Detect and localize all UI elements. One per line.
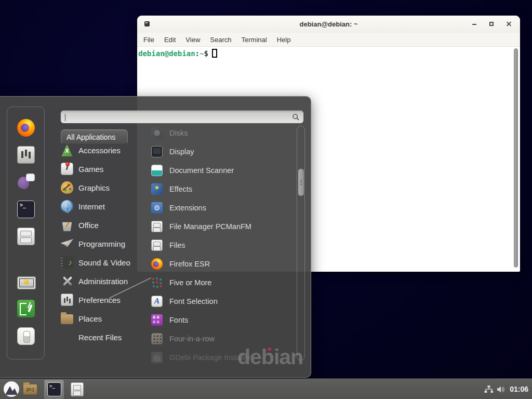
app-display[interactable]: Display [151,144,194,159]
terminal-icon [47,382,61,396]
minimize-icon[interactable] [472,21,477,27]
app-extensions[interactable]: Extensions [151,200,206,216]
menu-edit[interactable]: Edit [164,36,176,44]
menu-scrollbar-thumb[interactable] [298,169,304,196]
games-icon [61,163,73,175]
five-or-more-icon [151,277,163,288]
category-places[interactable]: Places [61,311,102,326]
search-icon [292,113,300,121]
app-files[interactable]: Files [151,237,185,253]
category-administration[interactable]: Administration [61,273,128,289]
application-menu: All Applications Accessories Games Graph… [0,96,311,378]
category-accessories[interactable]: Accessories [61,142,121,158]
desktop: debian@debian: ~ File Edit View Search T… [0,0,532,399]
app-file-manager-pcmanfm[interactable]: File Manager PCManFM [151,219,251,234]
app-firefox-esr[interactable]: Firefox ESR [151,256,210,272]
close-icon[interactable] [506,21,512,27]
menu-scrollbar-track[interactable] [297,126,305,361]
volume-icon[interactable] [497,385,506,394]
terminal-task-button[interactable] [44,380,64,399]
app-effects[interactable]: Effects [151,181,192,197]
menu-file[interactable]: File [143,36,154,44]
fonts-icon [151,314,163,326]
administration-icon [61,275,73,287]
file-manager-d-icon[interactable] [23,384,37,395]
graphics-icon [61,181,73,194]
taskbar: 01:06 [0,378,532,399]
sound-video-icon [61,256,73,269]
menu-terminal[interactable]: Terminal [242,36,267,44]
firefox-icon [151,258,163,270]
office-icon [61,219,73,231]
app-gdebi-package-installer[interactable]: GDebi Package Installer [151,350,250,365]
logout-icon[interactable] [17,300,35,317]
terminal-icon[interactable] [17,201,35,218]
category-internet[interactable]: Internet [61,198,105,214]
file-cabinet-icon[interactable] [17,228,35,245]
all-applications-label: All Applications [66,133,115,141]
file-cabinet-icon[interactable] [71,382,84,396]
firefox-icon[interactable] [17,119,35,137]
prompt-dollar: $ [204,49,208,58]
app-four-in-a-row[interactable]: Four-in-a-row [151,331,215,347]
search-input[interactable] [61,111,303,123]
prompt-colon: : [195,49,200,58]
app-fonts[interactable]: Fonts [151,312,188,328]
places-icon [61,314,73,324]
search-box [61,111,303,123]
system-tray: 01:06 [484,379,532,399]
shutdown-icon[interactable] [17,327,35,345]
terminal-scrollbar[interactable] [514,48,518,268]
terminal-titlebar[interactable]: debian@debian: ~ [137,16,520,33]
category-games[interactable]: Games [61,161,103,177]
app-font-selection[interactable]: Font Selection [151,294,218,309]
terminal-window-icon [144,21,150,26]
file-cabinet-icon [151,240,163,251]
menu-search[interactable]: Search [210,36,231,44]
debian-watermark-dot [268,348,271,351]
category-graphics[interactable]: Graphics [61,180,110,195]
menu-view[interactable]: View [185,36,200,44]
document-scanner-icon [151,165,163,176]
screensaver-icon[interactable] [17,275,35,293]
file-cabinet-icon [151,221,163,232]
app-five-or-more[interactable]: Five or More [151,275,211,290]
pidgin-icon[interactable] [17,172,35,190]
category-office[interactable]: Office [61,217,99,233]
menu-help[interactable]: Help [277,36,291,44]
preferences-icon [61,294,73,306]
control-center-icon[interactable] [17,146,35,164]
clock[interactable]: 01:06 [510,385,528,393]
disks-icon [151,127,163,139]
internet-icon [61,200,73,212]
effects-icon [151,183,163,195]
maximize-icon[interactable] [489,21,495,27]
terminal-title: debian@debian: ~ [137,20,520,28]
category-programming[interactable]: Programming [61,236,125,251]
prompt-user-host: debian@debian [138,49,195,58]
accessories-icon [61,144,73,156]
category-recent-files[interactable]: Recent Files [61,329,122,345]
network-icon[interactable] [484,385,493,394]
app-disks[interactable]: Disks [151,125,188,141]
terminal-menubar: File Edit View Search Terminal Help [137,33,520,47]
menu-button[interactable] [4,381,19,397]
gdebi-icon [151,352,163,363]
four-in-a-row-icon [151,333,163,344]
extensions-icon [151,202,163,214]
terminal-cursor [212,49,217,58]
category-sound-video[interactable]: Sound & Video [61,255,130,270]
app-document-scanner[interactable]: Document Scanner [151,163,234,178]
programming-icon [61,237,73,250]
font-selection-icon [151,296,163,307]
display-icon [151,146,163,157]
category-preferences[interactable]: Preferences [61,292,121,308]
text-caret [65,114,65,121]
